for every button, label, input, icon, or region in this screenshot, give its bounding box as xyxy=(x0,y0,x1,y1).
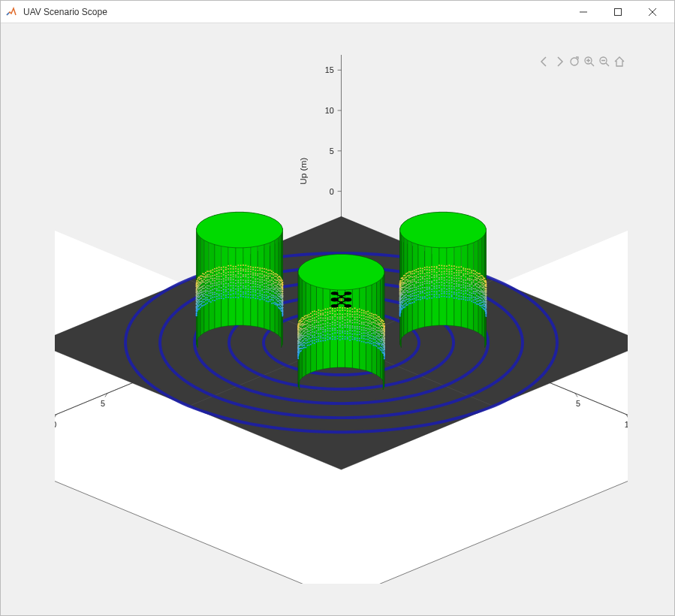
axes-3d[interactable]: -10-5051015-15-10-5051015-15-10-5051015U… xyxy=(55,55,628,584)
svg-point-633 xyxy=(377,339,378,340)
svg-point-2001 xyxy=(469,275,471,276)
svg-point-2201 xyxy=(485,301,487,303)
svg-point-1147 xyxy=(240,285,242,286)
svg-point-1668 xyxy=(408,303,410,304)
svg-point-371 xyxy=(330,325,331,327)
svg-point-285 xyxy=(314,334,315,336)
svg-point-2006 xyxy=(471,295,472,297)
svg-point-1705 xyxy=(414,298,415,300)
svg-point-251 xyxy=(309,331,310,332)
svg-point-1845 xyxy=(438,270,440,272)
svg-point-1802 xyxy=(431,291,432,292)
svg-point-632 xyxy=(377,342,378,343)
svg-point-501 xyxy=(357,331,358,333)
svg-point-407 xyxy=(337,324,339,325)
svg-point-1809 xyxy=(431,271,432,273)
svg-point-928 xyxy=(202,301,203,303)
forward-icon[interactable] xyxy=(553,55,566,68)
svg-point-987 xyxy=(210,301,212,303)
svg-point-1218 xyxy=(255,289,256,291)
svg-point-2120 xyxy=(484,286,485,288)
svg-point-1484 xyxy=(282,301,283,303)
svg-point-1933 xyxy=(458,295,460,297)
svg-point-319 xyxy=(320,337,321,339)
svg-point-1644 xyxy=(405,304,407,306)
maximize-button[interactable] xyxy=(601,1,635,23)
svg-point-2074 xyxy=(479,276,481,277)
svg-point-1196 xyxy=(250,282,252,284)
svg-point-1721 xyxy=(415,286,417,288)
close-button[interactable] xyxy=(635,1,670,23)
svg-point-2053 xyxy=(478,300,479,302)
svg-point-347 xyxy=(324,325,326,327)
home-icon[interactable] xyxy=(613,55,626,68)
svg-point-1812 xyxy=(433,296,435,297)
svg-point-248 xyxy=(309,338,310,340)
svg-point-1159 xyxy=(243,285,244,287)
svg-point-1224 xyxy=(255,273,256,274)
svg-point-768 xyxy=(384,341,385,343)
svg-point-1691 xyxy=(410,271,411,273)
svg-point-927 xyxy=(202,305,203,306)
figure-area[interactable]: -10-5051015-15-10-5051015-15-10-5051015U… xyxy=(10,32,665,606)
svg-point-656 xyxy=(380,343,381,344)
svg-point-1986 xyxy=(467,282,469,284)
svg-point-2031 xyxy=(475,293,476,294)
svg-point-2207 xyxy=(485,284,487,285)
rotate-icon[interactable] xyxy=(568,55,581,68)
svg-point-212 xyxy=(304,342,306,343)
svg-point-1779 xyxy=(426,288,428,290)
svg-point-1264 xyxy=(264,297,265,298)
svg-point-322 xyxy=(320,328,321,330)
svg-point-1999 xyxy=(469,279,471,281)
back-icon[interactable] xyxy=(538,55,551,68)
svg-point-516 xyxy=(359,323,360,325)
svg-point-942 xyxy=(203,296,205,297)
svg-point-1098 xyxy=(230,288,231,290)
svg-point-297 xyxy=(316,333,318,334)
svg-point-667 xyxy=(381,347,382,349)
svg-point-238 xyxy=(306,333,308,334)
zoom-in-icon[interactable] xyxy=(583,55,596,68)
svg-point-250 xyxy=(309,334,310,335)
svg-point-635 xyxy=(377,333,378,334)
svg-point-442 xyxy=(345,327,346,328)
scene-canvas[interactable]: -10-5051015-15-10-5051015-15-10-5051015U… xyxy=(55,55,628,584)
svg-point-1352 xyxy=(276,291,277,292)
minimize-button[interactable] xyxy=(566,1,601,23)
svg-point-1764 xyxy=(424,297,426,299)
matlab-icon xyxy=(5,6,17,18)
svg-point-1790 xyxy=(429,291,430,293)
svg-point-1866 xyxy=(444,279,445,281)
svg-point-1867 xyxy=(444,277,445,279)
svg-point-1940 xyxy=(458,274,460,276)
svg-point-1119 xyxy=(235,297,237,298)
svg-point-2015 xyxy=(471,270,472,272)
svg-point-227 xyxy=(305,332,306,334)
svg-point-1149 xyxy=(240,279,242,281)
svg-point-530 xyxy=(361,318,363,319)
svg-point-544 xyxy=(363,313,365,314)
svg-point-223 xyxy=(305,343,306,344)
svg-text:0: 0 xyxy=(330,187,334,196)
svg-point-968 xyxy=(206,288,208,289)
svg-point-1267 xyxy=(264,288,265,290)
zoom-out-icon[interactable] xyxy=(598,55,611,68)
svg-point-752 xyxy=(384,352,385,353)
svg-point-1755 xyxy=(422,291,423,292)
svg-point-1785 xyxy=(426,272,428,273)
svg-point-2008 xyxy=(471,289,472,291)
svg-point-1944 xyxy=(460,298,462,300)
svg-point-954 xyxy=(205,294,206,295)
svg-point-1810 xyxy=(431,269,432,270)
svg-point-1146 xyxy=(240,288,242,290)
svg-point-1769 xyxy=(424,283,426,285)
svg-point-1653 xyxy=(405,279,407,281)
svg-point-2002 xyxy=(469,272,471,273)
svg-point-1693 xyxy=(411,298,413,300)
svg-point-465 xyxy=(349,330,351,331)
svg-point-1741 xyxy=(420,297,421,298)
svg-point-2171 xyxy=(485,281,487,282)
window-title: UAV Scenario Scope xyxy=(23,7,107,17)
svg-point-499 xyxy=(357,337,358,339)
